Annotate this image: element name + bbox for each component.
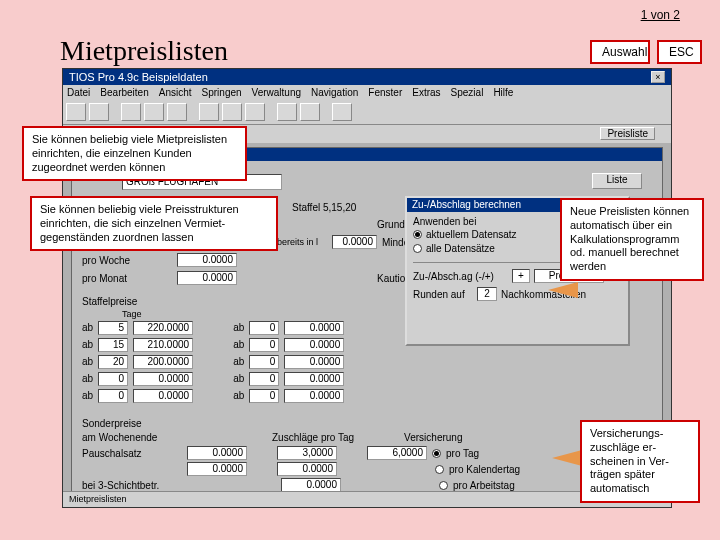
menu-item[interactable]: Fenster — [368, 87, 402, 98]
toolbar-button[interactable] — [167, 103, 187, 121]
menu-item[interactable]: Bearbeiten — [100, 87, 148, 98]
toolbar-button[interactable] — [144, 103, 164, 121]
field-prozst[interactable]: 0.0000 — [332, 235, 377, 249]
staffel-n[interactable]: 15 — [98, 338, 128, 352]
staffel-n[interactable]: 20 — [98, 355, 128, 369]
radio-label: pro Arbeitstag — [453, 480, 515, 491]
toolbar-button[interactable] — [222, 103, 242, 121]
menu-item[interactable]: Datei — [67, 87, 90, 98]
toolbar-button[interactable] — [121, 103, 141, 121]
staffel-n[interactable]: 0 — [249, 389, 279, 403]
staffel-ab: ab — [82, 339, 93, 350]
label-prowoche: pro Woche — [82, 255, 172, 266]
toolbar-button[interactable] — [300, 103, 320, 121]
staffel-v[interactable]: 200.0000 — [133, 355, 193, 369]
staffel-ab: ab — [233, 373, 244, 384]
window-title-bar: TIOS Pro 4.9c Beispieldaten × — [63, 69, 671, 85]
label-bereits: bereits in l — [277, 237, 327, 247]
staffel-ab: ab — [233, 322, 244, 333]
field-val[interactable]: 0.0000 — [187, 462, 247, 476]
radio-all[interactable] — [413, 244, 422, 253]
radio-label: aktuellem Datensatz — [426, 229, 517, 240]
radio-label: pro Tag — [446, 448, 479, 459]
radio-protag[interactable] — [432, 449, 441, 458]
menu-item[interactable]: Navigation — [311, 87, 358, 98]
label-wochenende: am Wochenende — [82, 432, 182, 443]
label-3schicht: bei 3-Schichtbetr. — [82, 480, 182, 491]
staffel-v[interactable]: 220.0000 — [133, 321, 193, 335]
field-zu-sign[interactable]: + — [512, 269, 530, 283]
staffel-v[interactable]: 0.0000 — [284, 321, 344, 335]
field-promonat[interactable]: 0.0000 — [177, 271, 237, 285]
preisliste-button[interactable]: Preisliste — [600, 127, 655, 140]
staffel-v[interactable]: 0.0000 — [284, 355, 344, 369]
callout-2: Sie können beliebig viele Preisstrukture… — [30, 196, 278, 251]
staffel-n[interactable]: 0 — [98, 389, 128, 403]
field-prowoche[interactable]: 0.0000 — [177, 253, 237, 267]
close-icon[interactable]: × — [651, 71, 665, 83]
toolbar-button[interactable] — [245, 103, 265, 121]
dialog-title: Zu-/Abschlag berechnen — [412, 199, 521, 211]
menu-item[interactable]: Verwaltung — [252, 87, 301, 98]
radio-kalendertag[interactable] — [435, 465, 444, 474]
staffel-v[interactable]: 0.0000 — [133, 389, 193, 403]
staffel-ab: ab — [82, 373, 93, 384]
label-promonat: pro Monat — [82, 273, 172, 284]
radio-current[interactable] — [413, 230, 422, 239]
staffel-ab: ab — [82, 390, 93, 401]
esc-button[interactable]: ESC — [657, 40, 702, 64]
toolbar-button[interactable] — [332, 103, 352, 121]
staffel-n[interactable]: 0 — [249, 355, 279, 369]
field-versich[interactable]: 6,0000 — [367, 446, 427, 460]
label-runden: Runden auf — [413, 289, 473, 300]
menu-item[interactable]: Ansicht — [159, 87, 192, 98]
window-title: TIOS Pro 4.9c Beispieldaten — [69, 71, 208, 83]
staffel-ab: ab — [233, 339, 244, 350]
staffel-n[interactable]: 0 — [249, 321, 279, 335]
label-zu: Zu-/Absch.ag (-/+) — [413, 271, 508, 282]
menu-item[interactable]: Extras — [412, 87, 440, 98]
auswahl-button[interactable]: Auswahl — [590, 40, 650, 64]
arrow-icon — [548, 282, 578, 298]
toolbar-button[interactable] — [89, 103, 109, 121]
staffel-v[interactable]: 0.0000 — [284, 389, 344, 403]
menu-item[interactable]: Springen — [202, 87, 242, 98]
staffel-ab: ab — [82, 356, 93, 367]
page-title: Mietpreislisten — [60, 35, 228, 67]
label-pauschal: Pauschalsatz — [82, 448, 182, 459]
staffel-v[interactable]: 210.0000 — [133, 338, 193, 352]
menu-item[interactable]: Spezial — [451, 87, 484, 98]
sonder-header: Sonderpreise — [82, 418, 652, 429]
field-val[interactable]: 0.0000 — [277, 462, 337, 476]
staffel-ab: ab — [82, 322, 93, 333]
field-zuschlag[interactable]: 3,0000 — [277, 446, 337, 460]
staffel-n[interactable]: 0 — [249, 372, 279, 386]
toolbar-button[interactable] — [277, 103, 297, 121]
menu-item[interactable]: Hilfe — [493, 87, 513, 98]
menu-bar: Datei Bearbeiten Ansicht Springen Verwal… — [63, 85, 671, 100]
staffel-title: Staffel 5,15,20 — [292, 202, 356, 213]
radio-arbeitstag[interactable] — [439, 481, 448, 490]
label-zuschlag: Zuschläge pro Tag — [272, 432, 354, 443]
radio-label: alle Datensätze — [426, 243, 495, 254]
staffel-n[interactable]: 0 — [249, 338, 279, 352]
staffel-v[interactable]: 0.0000 — [284, 338, 344, 352]
staffel-ab: ab — [233, 390, 244, 401]
field-runden[interactable]: 2 — [477, 287, 497, 301]
staffel-ab: ab — [233, 356, 244, 367]
callout-1: Sie können beliebig viele Mietpreis­list… — [22, 126, 247, 181]
page-number: 1 von 2 — [641, 8, 680, 22]
toolbar-button[interactable] — [66, 103, 86, 121]
field-val[interactable]: 0.0000 — [281, 478, 341, 492]
staffel-v[interactable]: 0.0000 — [133, 372, 193, 386]
status-left: Mietpreislisten — [69, 494, 127, 505]
callout-4: Versicherungs­zuschläge er­scheinen in V… — [580, 420, 700, 503]
staffel-v[interactable]: 0.0000 — [284, 372, 344, 386]
arrow-icon — [552, 450, 582, 466]
staffel-n[interactable]: 0 — [98, 372, 128, 386]
field-pauschal[interactable]: 0.0000 — [187, 446, 247, 460]
staffel-n[interactable]: 5 — [98, 321, 128, 335]
label-versicherung: Versicherung — [404, 432, 462, 443]
liste-button[interactable]: Liste — [592, 173, 642, 189]
toolbar-button[interactable] — [199, 103, 219, 121]
